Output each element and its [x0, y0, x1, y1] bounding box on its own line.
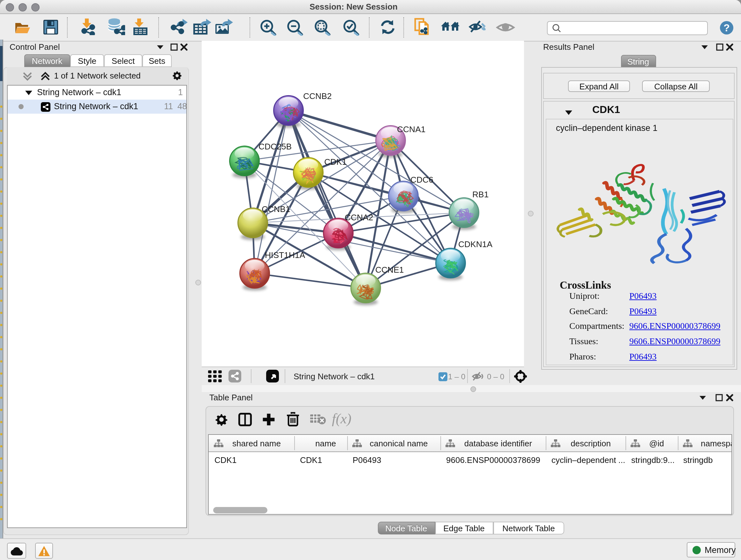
svg-text:CDKN1A: CDKN1A [458, 240, 492, 249]
svg-text:?: ? [724, 22, 730, 34]
svg-text:CCNE1: CCNE1 [375, 265, 404, 274]
svg-text:HIST1H1A: HIST1H1A [265, 250, 306, 260]
svg-text:RB1: RB1 [472, 190, 488, 199]
svg-text:CDC6: CDC6 [410, 175, 433, 185]
svg-text:CDC25B: CDC25B [259, 142, 292, 151]
svg-text:CCNB2: CCNB2 [303, 91, 332, 101]
svg-text:CCNA2: CCNA2 [345, 212, 373, 222]
svg-text:CCNA1: CCNA1 [397, 125, 425, 134]
svg-text:CCNB1: CCNB1 [262, 204, 290, 214]
svg-text:CDK1: CDK1 [324, 157, 347, 167]
